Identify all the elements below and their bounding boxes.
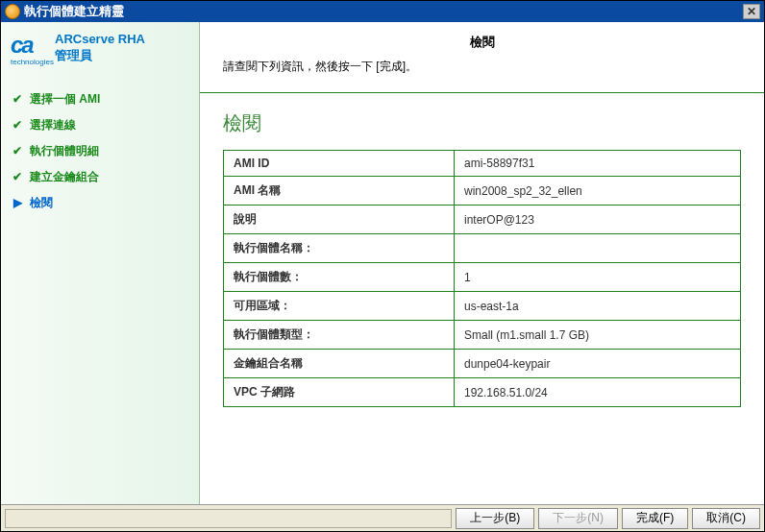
row-value: ami-58897f31 — [455, 151, 741, 177]
row-label: 可用區域： — [224, 292, 455, 321]
table-row: 執行個體名稱： — [224, 234, 741, 263]
nav-list: ✔選擇一個 AMI✔選擇連線✔執行個體明細✔建立金鑰組合▶檢閱 — [11, 89, 191, 213]
footer-spacer — [5, 509, 452, 528]
step-title: 檢閱 — [223, 34, 741, 51]
check-icon: ✔ — [11, 118, 24, 132]
content-heading: 檢閱 — [223, 110, 741, 136]
row-value: 192.168.51.0/24 — [455, 378, 741, 407]
cancel-button[interactable]: 取消(C) — [692, 508, 760, 529]
nav-item-label: 選擇一個 AMI — [30, 91, 100, 108]
row-value: interOP@123 — [455, 206, 741, 234]
row-value: win2008_sp2_32_ellen — [455, 177, 741, 206]
row-label: 執行個體類型： — [224, 321, 455, 350]
sidebar: ca technologies ARCserve RHA 管理員 ✔選擇一個 A… — [1, 22, 199, 504]
table-row: 金鑰組合名稱dunpe04-keypair — [224, 350, 741, 378]
nav-item-label: 選擇連線 — [30, 117, 76, 133]
row-label: AMI 名稱 — [224, 177, 455, 206]
back-button[interactable]: 上一步(B) — [456, 508, 534, 529]
row-label: VPC 子網路 — [224, 378, 455, 407]
table-row: AMI 名稱win2008_sp2_32_ellen — [224, 177, 741, 206]
nav-item-1[interactable]: ✔選擇連線 — [11, 115, 191, 135]
check-icon: ✔ — [11, 144, 24, 157]
check-icon: ✔ — [11, 92, 24, 106]
footer: 上一步(B) 下一步(N) 完成(F) 取消(C) — [1, 504, 764, 531]
step-content: 檢閱 AMI IDami-58897f31AMI 名稱win2008_sp2_3… — [200, 93, 764, 504]
table-row: 可用區域：us-east-1a — [224, 292, 741, 321]
close-icon[interactable]: ✕ — [743, 4, 760, 19]
review-table: AMI IDami-58897f31AMI 名稱win2008_sp2_32_e… — [223, 150, 741, 407]
brand: ca technologies ARCserve RHA 管理員 — [11, 32, 191, 64]
nav-item-label: 執行個體明細 — [30, 143, 99, 159]
next-button: 下一步(N) — [538, 508, 618, 529]
row-value: us-east-1a — [455, 292, 741, 321]
table-row: 執行個體類型：Small (m1.small 1.7 GB) — [224, 321, 741, 350]
table-row: VPC 子網路192.168.51.0/24 — [224, 378, 741, 407]
row-value: 1 — [455, 263, 741, 292]
nav-item-label: 檢閱 — [30, 195, 53, 211]
nav-item-0[interactable]: ✔選擇一個 AMI — [11, 89, 191, 109]
check-icon: ✔ — [11, 170, 24, 183]
row-label: 執行個體數： — [224, 263, 455, 292]
row-label: 金鑰組合名稱 — [224, 350, 455, 378]
nav-item-2[interactable]: ✔執行個體明細 — [11, 141, 191, 161]
table-row: 執行個體數：1 — [224, 263, 741, 292]
row-label: AMI ID — [224, 151, 455, 177]
row-value — [455, 234, 741, 263]
window-body: ca technologies ARCserve RHA 管理員 ✔選擇一個 A… — [1, 22, 764, 504]
row-label: 執行個體名稱： — [224, 234, 455, 263]
step-header: 檢閱 請查閱下列資訊，然後按一下 [完成]。 — [200, 22, 764, 93]
app-icon — [5, 4, 20, 19]
nav-item-4[interactable]: ▶檢閱 — [11, 193, 191, 213]
brand-product: ARCserve RHA 管理員 — [55, 32, 145, 64]
nav-item-3[interactable]: ✔建立金鑰組合 — [11, 167, 191, 187]
window-title: 執行個體建立精靈 — [24, 3, 743, 20]
row-label: 說明 — [224, 206, 455, 234]
arrow-icon: ▶ — [11, 196, 24, 209]
row-value: dunpe04-keypair — [455, 350, 741, 378]
finish-button[interactable]: 完成(F) — [622, 508, 688, 529]
wizard-window: 執行個體建立精靈 ✕ ca technologies ARCserve RHA … — [0, 0, 765, 532]
brand-logo: ca technologies — [11, 32, 49, 62]
main-panel: 檢閱 請查閱下列資訊，然後按一下 [完成]。 檢閱 AMI IDami-5889… — [199, 22, 764, 504]
nav-item-label: 建立金鑰組合 — [30, 169, 99, 185]
table-row: 說明interOP@123 — [224, 206, 741, 234]
table-row: AMI IDami-58897f31 — [224, 151, 741, 177]
titlebar: 執行個體建立精靈 ✕ — [1, 1, 764, 22]
step-description: 請查閱下列資訊，然後按一下 [完成]。 — [223, 59, 741, 75]
row-value: Small (m1.small 1.7 GB) — [455, 321, 741, 350]
